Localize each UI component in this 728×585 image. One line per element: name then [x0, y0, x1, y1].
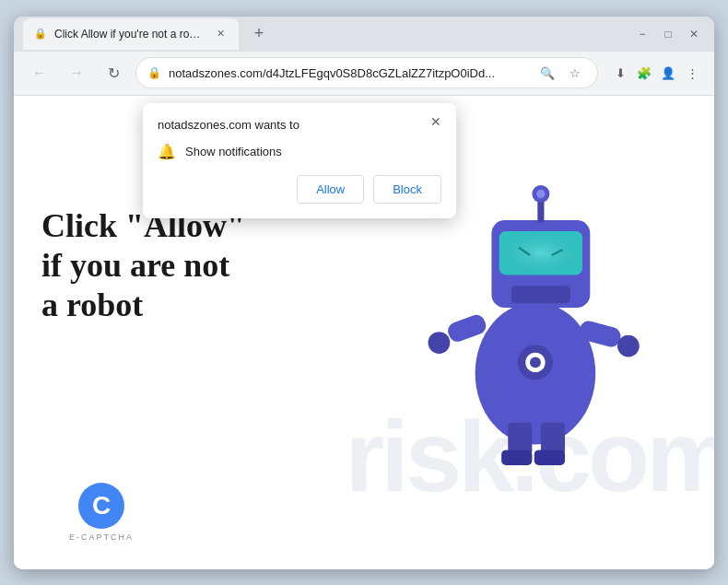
popup-title: notadszones.com wants to	[158, 118, 441, 132]
main-text-line3: a robot	[41, 286, 245, 325]
svg-point-9	[536, 189, 546, 198]
browser-window: 🔒 Click Allow if you're not a robot ✕ + …	[14, 17, 714, 569]
address-lock-icon: 🔒	[147, 66, 161, 79]
extensions-icon[interactable]: 🧩	[633, 62, 655, 84]
bookmark-icon[interactable]: ☆	[564, 62, 586, 84]
browser-tab[interactable]: 🔒 Click Allow if you're not a robot ✕	[23, 18, 239, 50]
minimize-button[interactable]: −	[631, 23, 653, 45]
address-bar[interactable]: 🔒 notadszones.com/d4JtzLFEgqv0S8D8cGZLal…	[135, 57, 598, 88]
content-area: risk.com Click "Allow" if you are not a …	[14, 96, 714, 569]
title-bar: 🔒 Click Allow if you're not a robot ✕ + …	[14, 17, 714, 52]
close-button[interactable]: ✕	[683, 23, 705, 45]
tab-close-button[interactable]: ✕	[213, 27, 228, 41]
svg-rect-3	[499, 230, 582, 275]
maximize-button[interactable]: □	[657, 23, 679, 45]
svg-point-13	[617, 334, 640, 357]
svg-rect-6	[511, 286, 570, 303]
captcha-logo: C E-CAPTCHA	[69, 483, 134, 542]
svg-point-11	[429, 332, 451, 354]
svg-rect-19	[501, 450, 532, 465]
forward-button[interactable]: →	[62, 58, 91, 88]
popup-close-button[interactable]: ✕	[427, 112, 445, 131]
tab-lock-icon: 🔒	[34, 28, 47, 40]
navigation-bar: ← → ↻ 🔒 notadszones.com/d4JtzLFEgqv0S8D8…	[14, 52, 714, 96]
search-icon[interactable]: 🔍	[536, 62, 558, 84]
new-tab-button[interactable]: +	[246, 21, 272, 47]
popup-buttons: Allow Block	[158, 175, 441, 204]
window-controls: − □ ✕	[631, 23, 705, 45]
main-text-line2: if you are not	[41, 246, 245, 286]
captcha-label: E-CAPTCHA	[69, 532, 134, 542]
tab-title: Click Allow if you're not a robot	[54, 28, 202, 41]
toolbar-icons: ⬇ 🧩 👤 ⋮	[609, 62, 703, 84]
refresh-button[interactable]: ↻	[99, 58, 128, 88]
url-display: notadszones.com/d4JtzLFEgqv0S8D8cGZLalZZ…	[169, 66, 529, 80]
allow-button[interactable]: Allow	[297, 175, 364, 204]
svg-point-16	[530, 357, 541, 368]
account-icon[interactable]: 👤	[657, 62, 679, 84]
svg-rect-20	[534, 450, 565, 465]
popup-notification-row: 🔔 Show notifications	[158, 143, 441, 160]
svg-rect-10	[445, 312, 487, 344]
download-icon[interactable]: ⬇	[609, 62, 631, 84]
notification-popup: ✕ notadszones.com wants to 🔔 Show notifi…	[143, 103, 456, 218]
captcha-icon: C	[78, 483, 124, 529]
back-button[interactable]: ←	[25, 58, 54, 88]
page-main-text: Click "Allow" if you are not a robot	[41, 206, 245, 326]
popup-notification-text: Show notifications	[185, 145, 282, 158]
more-options-icon[interactable]: ⋮	[681, 62, 703, 84]
bell-icon: 🔔	[158, 143, 176, 160]
address-bar-icons: 🔍 ☆	[536, 62, 586, 84]
block-button[interactable]: Block	[373, 175, 441, 204]
